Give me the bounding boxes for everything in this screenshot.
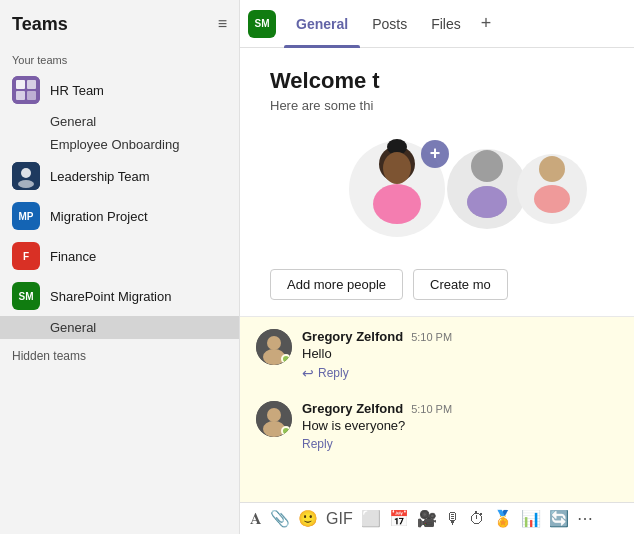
- sharepoint-initials: SM: [19, 291, 34, 302]
- chat-time-2: 5:10 PM: [411, 403, 452, 415]
- welcome-title: Welcome t: [270, 68, 380, 94]
- team-avatar-hr: [12, 76, 40, 104]
- chat-text-1: Hello: [302, 346, 618, 361]
- svg-point-16: [471, 150, 503, 182]
- svg-point-18: [467, 186, 507, 218]
- chat-text-2: How is everyone?: [302, 418, 618, 433]
- audio-icon[interactable]: 🎙: [445, 510, 461, 528]
- reply-label-2: Reply: [302, 437, 333, 451]
- team-avatar-sharepoint: SM: [12, 282, 40, 310]
- svg-point-21: [534, 185, 570, 213]
- chat-avatar-1: [256, 329, 292, 365]
- sidebar: Teams ≡ Your teams HR Team ··· General E…: [0, 0, 240, 534]
- svg-rect-3: [16, 91, 25, 100]
- chart-icon[interactable]: 📊: [521, 509, 541, 528]
- hr-team-icon: [12, 76, 40, 104]
- team-name-finance: Finance: [50, 249, 206, 264]
- tab-general-label: General: [296, 16, 348, 32]
- team-name-hr: HR Team: [50, 83, 206, 98]
- svg-point-7: [18, 180, 34, 188]
- team-item-sharepoint[interactable]: SM SharePoint Migration ···: [0, 276, 239, 316]
- sidebar-header: Teams ≡: [0, 0, 239, 48]
- team-avatar-finance: F: [12, 242, 40, 270]
- chat-sender-2: Gregory Zelfond: [302, 401, 403, 416]
- praise-icon[interactable]: 🏅: [493, 509, 513, 528]
- chat-reply-1[interactable]: ↩ Reply: [302, 365, 618, 381]
- svg-text:+: +: [430, 143, 441, 163]
- svg-rect-2: [27, 80, 36, 89]
- attach-icon[interactable]: 📎: [270, 509, 290, 528]
- team-name-sharepoint: SharePoint Migration: [50, 289, 206, 304]
- tab-files-label: Files: [431, 16, 461, 32]
- tab-bar: SM General Posts Files +: [240, 0, 634, 48]
- compose-bar: 𝐀 📎 🙂 GIF ⬜ 📅 🎥 🎙 ⏱ 🏅 📊 🔄 ⋯: [240, 502, 634, 534]
- team-name-leadership: Leadership Team: [50, 169, 206, 184]
- svg-point-26: [267, 408, 281, 422]
- chat-area: Gregory Zelfond 5:10 PM Hello ↩ Reply: [240, 317, 634, 502]
- reply-arrow-1: ↩: [302, 365, 314, 381]
- sticker-icon[interactable]: ⬜: [361, 509, 381, 528]
- chat-sender-1: Gregory Zelfond: [302, 329, 403, 344]
- migration-initials: MP: [19, 211, 34, 222]
- team-item-finance[interactable]: F Finance ···: [0, 236, 239, 276]
- chat-message-2: Gregory Zelfond 5:10 PM How is everyone?…: [256, 401, 618, 451]
- add-more-people-button[interactable]: Add more people: [270, 269, 403, 300]
- sidebar-title: Teams: [12, 14, 68, 35]
- action-buttons: Add more people Create mo: [270, 269, 508, 300]
- team-item-hr[interactable]: HR Team ···: [0, 70, 239, 110]
- chat-time-1: 5:10 PM: [411, 331, 452, 343]
- leadership-icon: [12, 162, 40, 190]
- chat-content-1: Gregory Zelfond 5:10 PM Hello ↩ Reply: [302, 329, 618, 381]
- content-area: Welcome t Here are some thi: [240, 48, 634, 534]
- schedule-icon[interactable]: ⏱: [469, 510, 485, 528]
- svg-point-11: [373, 184, 421, 224]
- chat-reply-2[interactable]: Reply: [302, 437, 618, 451]
- channel-sharepoint-general[interactable]: General: [0, 316, 239, 339]
- welcome-subtitle: Here are some thi: [270, 98, 373, 113]
- finance-initials: F: [23, 251, 29, 262]
- online-indicator-2: [281, 426, 291, 436]
- team-avatar-migration: MP: [12, 202, 40, 230]
- tab-general[interactable]: General: [284, 0, 360, 48]
- team-name-migration: Migration Project: [50, 209, 206, 224]
- chat-meta-1: Gregory Zelfond 5:10 PM: [302, 329, 618, 344]
- team-avatar-leadership: [12, 162, 40, 190]
- more-icon[interactable]: ⋯: [577, 509, 593, 528]
- main-content: SM General Posts Files + Welcome t Here …: [240, 0, 634, 534]
- svg-rect-0: [12, 76, 40, 104]
- chat-message-1: Gregory Zelfond 5:10 PM Hello ↩ Reply: [256, 329, 618, 381]
- tab-add-button[interactable]: +: [473, 13, 500, 34]
- svg-rect-1: [16, 80, 25, 89]
- menu-icon[interactable]: ≡: [218, 15, 227, 33]
- team-item-leadership[interactable]: Leadership Team ···: [0, 156, 239, 196]
- chat-content-2: Gregory Zelfond 5:10 PM How is everyone?…: [302, 401, 618, 451]
- svg-point-12: [383, 152, 411, 184]
- illustration: +: [270, 129, 604, 249]
- chat-avatar-2: [256, 401, 292, 437]
- tab-posts[interactable]: Posts: [360, 0, 419, 48]
- tab-posts-label: Posts: [372, 16, 407, 32]
- create-more-button[interactable]: Create mo: [413, 269, 508, 300]
- tab-avatar-initials: SM: [255, 18, 270, 29]
- format-icon[interactable]: 𝐀: [250, 510, 262, 528]
- tab-files[interactable]: Files: [419, 0, 473, 48]
- channel-hr-onboarding[interactable]: Employee Onboarding: [0, 133, 239, 156]
- video-icon[interactable]: 🎥: [417, 509, 437, 528]
- meet-icon[interactable]: 📅: [389, 509, 409, 528]
- svg-point-23: [267, 336, 281, 350]
- team-item-migration[interactable]: MP Migration Project ···: [0, 196, 239, 236]
- svg-rect-4: [27, 91, 36, 100]
- chat-meta-2: Gregory Zelfond 5:10 PM: [302, 401, 618, 416]
- channel-hr-general[interactable]: General: [0, 110, 239, 133]
- reply-label-1: Reply: [318, 366, 349, 380]
- online-indicator-1: [281, 354, 291, 364]
- your-teams-label: Your teams: [0, 48, 239, 70]
- welcome-illustration: +: [287, 134, 587, 244]
- emoji-icon[interactable]: 🙂: [298, 509, 318, 528]
- svg-point-6: [21, 168, 31, 178]
- hidden-teams-label: Hidden teams: [0, 339, 239, 367]
- gif-icon[interactable]: GIF: [326, 510, 353, 528]
- welcome-section: Welcome t Here are some thi: [240, 48, 634, 317]
- tab-channel-avatar: SM: [248, 10, 276, 38]
- loop-icon[interactable]: 🔄: [549, 509, 569, 528]
